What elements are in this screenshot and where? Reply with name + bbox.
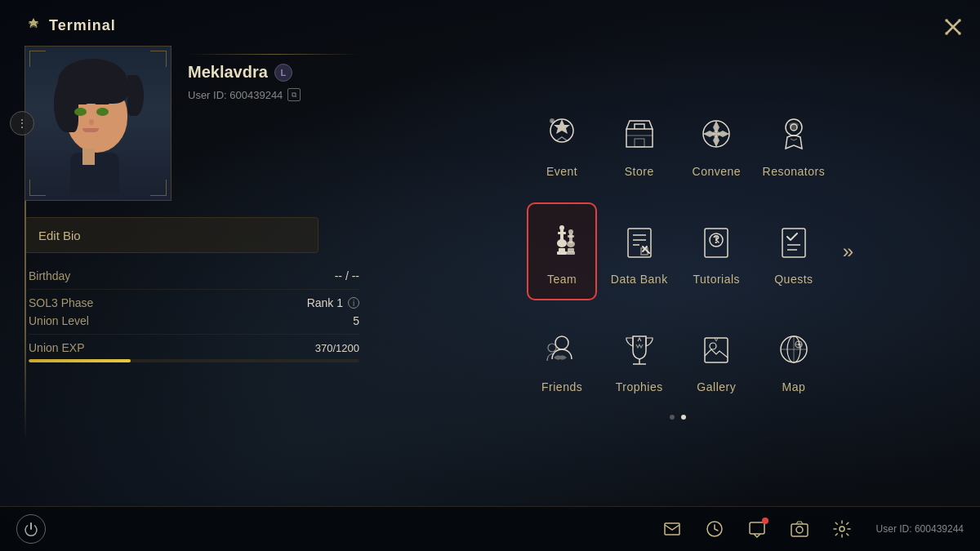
quests-icon (769, 217, 818, 266)
tutorials-icon: ? (692, 217, 741, 266)
sol3-value: Rank 1 i (307, 296, 359, 309)
avatar-frame (24, 46, 172, 201)
divider (188, 54, 359, 55)
svg-rect-41 (705, 338, 728, 362)
team-icon (537, 217, 586, 266)
gallery-label: Gallery (697, 380, 736, 393)
event-icon (537, 109, 586, 158)
exp-label: Union EXP (29, 341, 84, 354)
chat-button[interactable] (742, 514, 772, 544)
exp-bar (29, 359, 359, 362)
terminal-title: Terminal (49, 17, 116, 34)
level-badge: L (274, 64, 292, 82)
terminal-icon (24, 16, 42, 34)
avatar-container: ⋮ (24, 46, 172, 201)
menu-item-map[interactable]: Map (759, 310, 830, 408)
sol3-info-icon[interactable]: i (348, 297, 359, 309)
bottom-left (16, 514, 46, 544)
exp-row: Union EXP 370/1200 (29, 341, 359, 354)
convene-label: Convene (693, 165, 742, 178)
svg-rect-34 (782, 229, 805, 257)
bottom-right: User ID: 600439244 (657, 514, 964, 544)
birthday-value: -- / -- (335, 269, 359, 282)
close-button[interactable] (938, 12, 968, 42)
menu-item-databank[interactable]: Data Bank (604, 202, 675, 300)
svg-rect-53 (665, 523, 679, 535)
svg-rect-9 (635, 139, 644, 147)
quests-label: Quests (774, 273, 813, 286)
svg-point-2 (945, 19, 948, 22)
svg-point-37 (555, 336, 568, 349)
pagination-dot-2[interactable] (681, 415, 686, 420)
svg-rect-55 (750, 522, 764, 534)
menu-item-gallery[interactable]: Gallery (681, 310, 752, 408)
mail-button[interactable] (657, 514, 687, 544)
pagination-dot-1[interactable] (670, 415, 675, 420)
birthday-row: Birthday -- / -- (29, 269, 359, 282)
menu-item-store[interactable]: Store (604, 95, 675, 193)
stat-divider (29, 289, 359, 290)
profile-info: Meklavdra L User ID: 600439244 ⧉ (188, 46, 359, 101)
copy-userid-button[interactable]: ⧉ (287, 88, 301, 101)
svg-point-58 (840, 527, 844, 531)
svg-point-52 (797, 344, 800, 346)
power-button[interactable] (16, 514, 46, 544)
camera-button[interactable] (785, 514, 814, 544)
tutorials-label: Tutorials (693, 273, 740, 286)
svg-point-26 (568, 229, 573, 234)
map-label: Map (782, 380, 806, 393)
svg-point-38 (548, 344, 556, 352)
more-button[interactable]: » (843, 240, 853, 263)
username: Meklavdra (188, 63, 268, 82)
username-row: Meklavdra L (188, 63, 359, 82)
bottom-bar: User ID: 600439244 (0, 506, 980, 551)
avatar-settings-button[interactable]: ⋮ (10, 111, 34, 136)
edit-bio-button[interactable]: Edit Bio (24, 217, 318, 253)
notification-dot (762, 518, 768, 524)
pagination (392, 415, 964, 420)
svg-rect-25 (568, 235, 574, 238)
profile-area: ⋮ Meklavdra L User ID: 600439244 ⧉ (24, 46, 359, 201)
svg-rect-22 (568, 248, 574, 252)
menu-item-convene[interactable]: Convene (681, 95, 752, 193)
databank-icon (615, 217, 664, 266)
store-label: Store (625, 165, 654, 178)
bottom-userid: User ID: 600439244 (876, 523, 964, 535)
resonators-label: Resonators (763, 165, 826, 178)
terminal-header: Terminal (24, 16, 359, 34)
svg-rect-15 (559, 248, 565, 252)
databank-label: Data Bank (611, 273, 668, 286)
right-panel: Event Store (384, 0, 980, 506)
trophies-label: Trophies (616, 380, 663, 393)
convene-icon (692, 109, 741, 158)
gallery-icon (692, 325, 741, 374)
menu-item-quests[interactable]: Quests (759, 202, 830, 300)
exp-value: 370/1200 (315, 342, 359, 354)
svg-rect-24 (569, 233, 572, 243)
team-label: Team (547, 273, 577, 286)
resonators-icon (769, 109, 818, 158)
union-level-value: 5 (353, 314, 359, 327)
store-icon (615, 109, 664, 158)
menu-item-tutorials[interactable]: ? Tutorials (681, 202, 752, 300)
userid-text: User ID: 600439244 (188, 89, 283, 101)
svg-point-20 (559, 225, 564, 230)
menu-item-event[interactable]: Event (527, 95, 598, 193)
menu-item-friends[interactable]: Friends (527, 310, 598, 408)
menu-item-team[interactable]: Team (527, 202, 598, 300)
settings-button[interactable] (827, 514, 857, 544)
union-level-row: Union Level 5 (29, 314, 359, 327)
clock-button[interactable] (700, 514, 729, 544)
friends-label: Friends (541, 380, 582, 393)
svg-text:?: ? (713, 233, 720, 246)
menu-item-resonators[interactable]: Resonators (759, 95, 830, 193)
svg-point-42 (710, 343, 716, 349)
svg-point-4 (945, 32, 948, 35)
menu-item-trophies[interactable]: Trophies (604, 310, 675, 408)
stat-divider-2 (29, 334, 359, 335)
svg-point-57 (796, 527, 803, 533)
friends-icon (537, 325, 586, 374)
exp-bar-fill (29, 359, 131, 362)
left-panel: Terminal (0, 0, 384, 506)
svg-point-3 (958, 19, 961, 22)
